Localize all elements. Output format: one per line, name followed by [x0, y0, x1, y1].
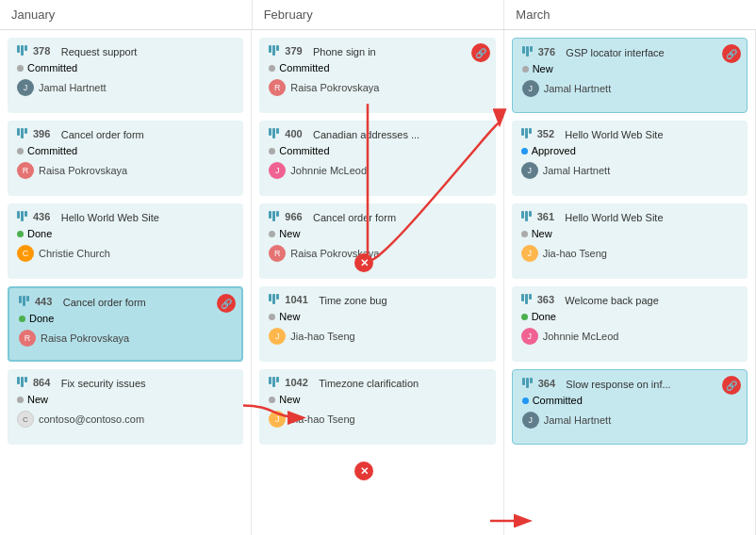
avatar: R [269, 245, 286, 262]
card-assignee: C contoso@contoso.com [17, 411, 234, 428]
assignee-name: Raisa Pokrovskaya [290, 82, 379, 93]
card-assignee: J Jamal Hartnett [17, 79, 234, 96]
status-dot [521, 231, 528, 237]
assignee-name: Jia-hao Tseng [290, 331, 354, 342]
card-1041: 1041 Time zone bug New J Jia-hao Tseng [259, 286, 495, 362]
card-id: 376 [538, 46, 555, 57]
card-status: Approved [521, 145, 738, 156]
bar-icon [17, 377, 27, 387]
status-dot [522, 66, 529, 73]
card-id: 363 [537, 294, 554, 305]
card-400: 400 Canadian addresses ... Committed J J… [259, 121, 495, 196]
card-name: Hello World Web Site [565, 211, 663, 224]
card-title-row: 376 GSP locator interface 🔗 [522, 46, 737, 59]
card-status: Committed [269, 145, 485, 156]
card-title-row: 1041 Time zone bug [269, 294, 485, 307]
card-name: Hello World Web Site [61, 211, 159, 224]
card-status: New [17, 394, 234, 405]
card-378: 378 Request support Committed J Jamal Ha… [8, 38, 243, 113]
bar-icon [521, 211, 532, 221]
card-title: 966 Cancel order form [269, 211, 485, 224]
status-dot [269, 65, 275, 72]
avatar: J [521, 328, 538, 345]
card-title-row: 400 Canadian addresses ... [269, 128, 485, 141]
bar-icon [17, 45, 27, 56]
assignee-name: Johnnie McLeod [290, 165, 367, 176]
link-icon-376[interactable]: 🔗 [722, 44, 741, 63]
card-id: 864 [33, 377, 50, 388]
card-name: Cancel order form [63, 296, 146, 309]
link-icon-379[interactable]: 🔗 [471, 43, 490, 62]
card-title: 379 Phone sign in [269, 45, 485, 58]
card-status: New [269, 228, 485, 239]
card-name: Cancel order form [61, 128, 144, 141]
card-966: 966 Cancel order form New R Raisa Pokrov… [259, 203, 495, 279]
card-title-row: 363 Welcome back page [521, 294, 738, 307]
status-dot [521, 148, 528, 154]
card-title-row: 364 Slow response on inf... 🔗 [522, 378, 737, 391]
card-name: GSP locator interface [566, 46, 664, 59]
card-status: Committed [17, 145, 234, 156]
bar-icon [17, 128, 27, 138]
card-name: Time zone bug [319, 294, 386, 307]
card-title-row: 361 Hello World Web Site [521, 211, 738, 224]
status-dot [269, 314, 275, 320]
card-396: 396 Cancel order form Committed R Raisa … [8, 121, 243, 196]
card-id: 1041 [285, 294, 307, 305]
card-title-row: 379 Phone sign in 🔗 [269, 45, 485, 58]
card-id: 396 [33, 128, 50, 139]
assignee-name: Jamal Hartnett [543, 165, 611, 176]
card-status: Done [521, 311, 738, 322]
assignee-name: Jamal Hartnett [544, 414, 612, 426]
card-status: New [521, 228, 738, 239]
bar-icon [269, 377, 279, 387]
card-id: 352 [537, 128, 554, 139]
card-title: 364 Slow response on inf... [522, 378, 737, 391]
card-title-row: 436 Hello World Web Site [17, 211, 234, 224]
avatar: C [17, 245, 34, 262]
card-title-row: 396 Cancel order form [17, 128, 234, 141]
avatar: J [269, 411, 286, 428]
card-assignee: R Raisa Pokrovskaya [17, 162, 234, 179]
avatar: J [269, 162, 286, 179]
card-864: 864 Fix security issues New C contoso@co… [8, 369, 243, 445]
card-id: 400 [285, 128, 302, 139]
link-icon-443[interactable]: 🔗 [217, 294, 236, 313]
card-title: 1042 Timezone clarification [269, 377, 485, 390]
card-1042: 1042 Timezone clarification New J Jia-ha… [259, 369, 495, 445]
card-assignee: R Raisa Pokrovskaya [19, 330, 232, 347]
x-marker-2[interactable]: ✕ [354, 462, 373, 480]
card-title-row: 443 Cancel order form 🔗 [19, 296, 232, 309]
card-status: Done [17, 228, 234, 239]
card-title: 1041 Time zone bug [269, 294, 485, 307]
bar-icon [522, 46, 533, 57]
bar-icon [269, 294, 279, 304]
card-name: Canadian addresses ... [313, 128, 419, 141]
card-id: 443 [35, 296, 52, 307]
status-dot [17, 148, 24, 154]
x-marker-1[interactable]: ✕ [354, 253, 373, 272]
avatar: R [19, 330, 36, 347]
assignee-name: Jamal Hartnett [39, 82, 107, 93]
card-id: 378 [33, 45, 50, 57]
status-label: New [279, 394, 300, 405]
card-title-row: 1042 Timezone clarification [269, 377, 485, 390]
assignee-name: Jamal Hartnett [544, 83, 612, 94]
card-title-row: 378 Request support [17, 45, 234, 58]
card-status: Done [19, 313, 232, 324]
bar-icon [17, 211, 27, 221]
card-assignee: J Jia-hao Tseng [269, 411, 485, 428]
card-assignee: J Jamal Hartnett [522, 80, 737, 97]
columns-body: 378 Request support Committed J Jamal Ha… [0, 30, 756, 535]
column-march: 376 GSP locator interface 🔗 New J Jamal … [504, 30, 756, 535]
card-352: 352 Hello World Web Site Approved J Jama… [512, 121, 748, 196]
link-icon-364[interactable]: 🔗 [722, 376, 741, 395]
card-name: Slow response on inf... [566, 378, 670, 391]
status-label: Committed [533, 395, 583, 406]
assignee-name: contoso@contoso.com [39, 413, 144, 425]
avatar: J [521, 162, 538, 179]
card-id: 966 [285, 211, 302, 222]
status-label: Committed [279, 145, 329, 156]
avatar: R [17, 162, 34, 179]
card-443: 443 Cancel order form 🔗 Done R Raisa Pok… [8, 286, 243, 362]
